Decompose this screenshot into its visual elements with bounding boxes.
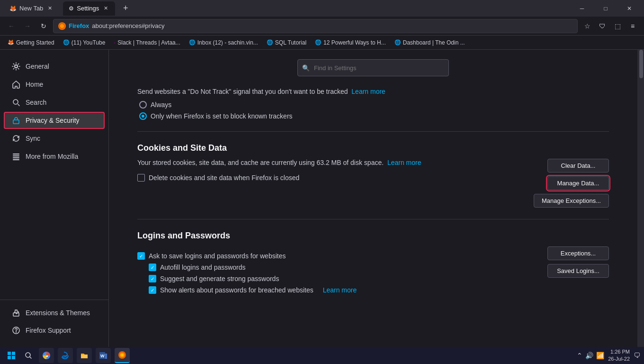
- taskbar-clock[interactable]: 1:26 PM 26-Jul-22: [608, 348, 630, 363]
- taskbar-word-icon[interactable]: W: [96, 348, 111, 363]
- dnt-always-label: Always: [151, 101, 171, 109]
- maximize-button[interactable]: □: [595, 0, 617, 17]
- bookmark-icon-inbox: 🌐: [189, 39, 196, 46]
- support-icon: [11, 326, 21, 335]
- container-button[interactable]: ⬚: [611, 19, 624, 33]
- firefox-brand-icon: [58, 22, 66, 30]
- dnt-description: Send websites a "Do Not Track" signal th…: [137, 88, 609, 95]
- dnt-radio-group: Always Only when Firefox is set to block…: [137, 101, 609, 120]
- delete-cookies-checkbox[interactable]: [137, 174, 145, 182]
- svg-point-1: [60, 24, 64, 28]
- bookmark-inbox[interactable]: 🌐 Inbox (12) - sachin.vin...: [185, 38, 262, 47]
- find-in-settings-input[interactable]: [297, 59, 449, 76]
- scrollbar-thumb[interactable]: [639, 50, 643, 78]
- taskbar-files-icon[interactable]: [77, 348, 92, 363]
- bookmark-label-inbox: Inbox (12) - sachin.vin...: [197, 39, 258, 46]
- cookies-learn-more[interactable]: Learn more: [387, 159, 421, 166]
- delete-cookies-checkbox-row: Delete cookies and site data when Firefo…: [137, 174, 526, 182]
- taskbar-sound-icon[interactable]: 🔊: [585, 352, 593, 359]
- firefox-account-button[interactable]: 🛡: [596, 19, 609, 33]
- search-icon: [11, 98, 21, 107]
- ask-save-label: Ask to save logins and passwords for web…: [149, 252, 286, 260]
- nav-bar: ← → ↻ Firefox about:preferences#privacy …: [0, 17, 644, 36]
- bookmark-dashboard[interactable]: 🌐 Dashboard | The Odin ...: [391, 38, 469, 47]
- suggest-row: ✓ Suggest and generate strong passwords: [137, 275, 540, 282]
- clear-data-button[interactable]: Clear Data...: [547, 159, 609, 173]
- bookmark-slack[interactable]: ▪ Slack | Threads | Avtaa...: [110, 38, 184, 47]
- forward-button[interactable]: →: [21, 19, 34, 33]
- sidebar-item-search[interactable]: Search: [4, 94, 105, 111]
- refresh-button[interactable]: ↻: [37, 19, 50, 33]
- suggest-checkbox[interactable]: ✓: [149, 275, 156, 282]
- privacy-icon: [11, 116, 21, 125]
- logins-desc-col: ✓ Ask to save logins and passwords for w…: [137, 246, 540, 294]
- tab-new-tab[interactable]: 🦊 New Tab ✕: [4, 1, 59, 16]
- manage-data-button[interactable]: Manage Data...: [547, 176, 609, 190]
- dnt-only-blocking-option[interactable]: Only when Firefox is set to block known …: [139, 112, 609, 120]
- sidebar-item-home[interactable]: Home: [4, 76, 105, 93]
- taskbar-notification-icon[interactable]: 🗨: [634, 352, 640, 359]
- menu-button[interactable]: ≡: [626, 19, 639, 33]
- tab-settings-close[interactable]: ✕: [102, 5, 109, 12]
- bookmark-icon-slack: ▪: [114, 40, 116, 46]
- minimize-button[interactable]: ─: [571, 0, 593, 17]
- taskbar-start-button[interactable]: [4, 348, 19, 363]
- svg-point-3: [13, 100, 18, 104]
- dnt-only-blocking-label: Only when Firefox is set to block known …: [151, 112, 293, 120]
- taskbar-search-button[interactable]: [21, 348, 36, 363]
- dnt-always-radio[interactable]: [139, 101, 147, 109]
- svg-rect-5: [13, 154, 19, 155]
- exceptions-button[interactable]: Exceptions...: [547, 246, 609, 260]
- back-button[interactable]: ←: [5, 19, 18, 33]
- tab-new-tab-label: New Tab: [19, 5, 43, 12]
- svg-rect-7: [13, 157, 19, 158]
- sidebar-item-mozilla[interactable]: More from Mozilla: [4, 148, 105, 165]
- cookies-description: Your stored cookies, site data, and cach…: [137, 159, 526, 166]
- tab-settings[interactable]: ⚙ Settings ✕: [63, 1, 115, 16]
- dnt-only-blocking-radio[interactable]: [139, 112, 147, 120]
- saved-logins-button[interactable]: Saved Logins...: [547, 264, 609, 278]
- sidebar-item-sync[interactable]: Sync: [4, 130, 105, 147]
- logins-divider: [137, 219, 609, 219]
- tab-new-tab-close[interactable]: ✕: [46, 5, 54, 12]
- alerts-learn-more[interactable]: Learn more: [323, 286, 357, 294]
- windows-logo-icon: [8, 352, 15, 359]
- taskbar-network-icon[interactable]: 📶: [596, 352, 604, 359]
- sidebar-item-support[interactable]: Firefox Support: [4, 322, 105, 339]
- taskbar-edge-icon[interactable]: [58, 348, 73, 363]
- taskbar-date-display: 26-Jul-22: [608, 355, 630, 363]
- dnt-always-option[interactable]: Always: [139, 101, 609, 109]
- tab-settings-label: Settings: [77, 5, 99, 12]
- bookmark-button[interactable]: ☆: [581, 19, 594, 33]
- autofill-checkbox[interactable]: ✓: [149, 264, 156, 271]
- find-search-icon: 🔍: [302, 64, 310, 72]
- home-icon: [11, 80, 21, 89]
- bookmark-getting-started[interactable]: 🦊 Getting Started: [4, 38, 58, 47]
- firefox-account-icon: 🛡: [599, 22, 606, 30]
- taskbar-up-arrow[interactable]: ⌃: [577, 352, 582, 359]
- sidebar-item-extensions[interactable]: Extensions & Themes: [4, 304, 105, 321]
- close-button[interactable]: ✕: [618, 0, 640, 17]
- sidebar-sync-label: Sync: [26, 135, 40, 142]
- alerts-label: Show alerts about passwords for breached…: [160, 286, 313, 294]
- taskbar-chrome-icon[interactable]: [39, 348, 54, 363]
- sidebar-item-general[interactable]: General: [4, 58, 105, 75]
- bookmark-powerful[interactable]: 🌐 12 Powerful Ways to H...: [311, 38, 390, 47]
- ask-save-checkbox[interactable]: ✓: [137, 252, 145, 260]
- url-bar[interactable]: Firefox about:preferences#privacy: [53, 19, 578, 33]
- cookies-divider: [137, 131, 609, 132]
- cookies-section-title: Cookies and Site Data: [137, 143, 609, 153]
- sidebar-item-privacy[interactable]: Privacy & Security: [4, 112, 105, 129]
- mozilla-icon: [11, 152, 21, 161]
- bookmark-youtube[interactable]: 🌐 (11) YouTube: [59, 38, 109, 47]
- new-tab-button[interactable]: +: [119, 2, 132, 15]
- taskbar-time-display: 1:26 PM: [608, 348, 630, 355]
- dnt-learn-more[interactable]: Learn more: [351, 88, 385, 95]
- browser-content: General Home Search: [0, 50, 644, 347]
- taskbar-firefox-icon[interactable]: [115, 348, 130, 363]
- alerts-checkbox[interactable]: ✓: [149, 286, 156, 294]
- manage-exceptions-button[interactable]: Manage Exceptions...: [534, 194, 609, 208]
- bookmark-icon-sql: 🌐: [267, 39, 273, 46]
- sidebar-extensions-label: Extensions & Themes: [26, 309, 90, 317]
- bookmark-sql[interactable]: 🌐 SQL Tutorial: [263, 38, 310, 47]
